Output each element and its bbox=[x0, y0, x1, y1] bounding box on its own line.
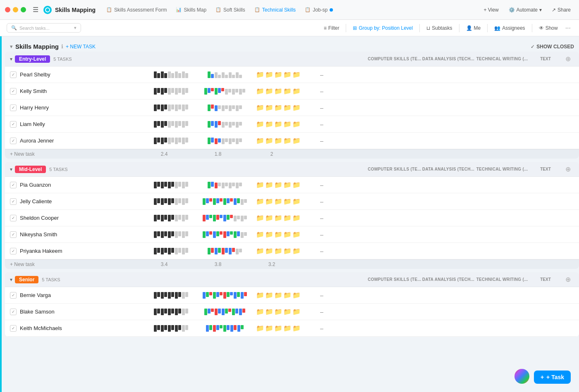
task-name[interactable]: Bernie Varga bbox=[20, 292, 144, 298]
col-header-text-entry: TEXT bbox=[529, 57, 562, 61]
task-cells: 📁 📁 📁 📁 📁 – bbox=[144, 87, 338, 95]
task-name[interactable]: Keith McMichaels bbox=[20, 325, 144, 331]
data-skill-cell bbox=[198, 309, 251, 315]
show-closed-label: SHOW CLOSED bbox=[536, 44, 574, 50]
task-name[interactable]: Priyanka Hakeem bbox=[20, 248, 144, 254]
tab-icon-assessment: 📋 bbox=[106, 7, 112, 12]
tab-skills-map[interactable]: 📊 Skills Map bbox=[172, 5, 211, 14]
writing-skill-cell: 📁 📁 📁 📁 📁 bbox=[251, 324, 305, 332]
close-button[interactable] bbox=[5, 7, 10, 12]
writing-skill-cell: 📁 📁 📁 📁 📁 bbox=[251, 197, 305, 205]
search-chevron: ▾ bbox=[74, 25, 77, 31]
col-header-data-entry: DATA ANALYSIS (TECH... bbox=[421, 57, 475, 61]
tab-icon-soft: 📋 bbox=[215, 7, 221, 12]
menu-icon[interactable]: ☰ bbox=[33, 6, 38, 14]
show-button[interactable]: 👁 Show bbox=[535, 24, 562, 33]
task-name[interactable]: Pia Guanzon bbox=[20, 182, 144, 188]
new-task-top-button[interactable]: + NEW TASK bbox=[66, 44, 96, 50]
add-task-button[interactable]: + + Task bbox=[534, 371, 571, 384]
computer-skill-cell bbox=[144, 88, 198, 95]
task-name[interactable]: Liam Nelly bbox=[20, 121, 144, 127]
task-checkbox[interactable]: ✓ bbox=[10, 71, 17, 78]
tab-soft-skills[interactable]: 📋 Soft Skills bbox=[211, 5, 249, 14]
group-by-button[interactable]: ⊞ Group by: Position Level bbox=[349, 24, 417, 33]
search-icon: 🔍 bbox=[11, 25, 17, 31]
new-task-entry-button[interactable]: + New task bbox=[10, 151, 137, 157]
task-checkbox[interactable]: ✓ bbox=[10, 215, 17, 221]
task-checkbox[interactable]: ✓ bbox=[10, 231, 17, 238]
section-header-senior: ▾ Senior 5 TASKS COMPUTER SKILLS (TE... … bbox=[5, 272, 579, 287]
computer-skill-cell bbox=[144, 121, 198, 128]
task-cells: 📁 📁 📁 📁 📁 – bbox=[144, 181, 338, 189]
toolbar-separator-2 bbox=[419, 24, 420, 32]
task-name[interactable]: Nikeysha Smith bbox=[20, 231, 144, 238]
subtasks-button[interactable]: ⊔ Subtasks bbox=[422, 24, 456, 33]
summary-cells-mid: 3.4 3.8 3.2 bbox=[137, 261, 332, 267]
tab-icon-jobsp: 📋 bbox=[305, 7, 311, 12]
tab-technical-skills[interactable]: 📋 Technical Skills bbox=[250, 5, 300, 14]
mid-tasks-container: ✓ Pia Guanzon bbox=[5, 177, 579, 269]
task-cells: 📁 📁 📁 📁 📁 – bbox=[144, 120, 338, 128]
task-cells: 📁 📁 📁 📁 📁 – bbox=[144, 214, 338, 222]
task-cells: 📁 📁 📁 📁 📁 – bbox=[144, 230, 338, 238]
assignees-button[interactable]: 👥 Assignees bbox=[490, 24, 529, 33]
minimize-button[interactable] bbox=[13, 7, 18, 12]
share-button[interactable]: ↗ Share bbox=[548, 5, 574, 14]
filter-button[interactable]: ≡ Filter bbox=[320, 24, 344, 33]
collapse-all-icon[interactable]: ▾ bbox=[10, 43, 13, 50]
computer-skill-cell bbox=[144, 138, 198, 144]
task-checkbox[interactable]: ✓ bbox=[10, 248, 17, 254]
summary-folder-mid: 3.2 bbox=[245, 261, 299, 267]
add-column-entry[interactable]: ⊕ bbox=[562, 55, 574, 63]
automate-button[interactable]: ⚙️ Automate ▾ bbox=[505, 5, 545, 14]
maximize-button[interactable] bbox=[21, 7, 26, 12]
mid-chevron[interactable]: ▾ bbox=[10, 166, 12, 172]
senior-task-count: 5 TASKS bbox=[42, 277, 60, 282]
add-column-senior[interactable]: ⊕ bbox=[562, 276, 574, 283]
tab-icon-map: 📊 bbox=[176, 7, 182, 12]
task-name[interactable]: Sheldon Cooper bbox=[20, 215, 144, 221]
tab-job-sp[interactable]: 📋 Job-sp bbox=[301, 5, 337, 14]
more-button[interactable]: ··· bbox=[564, 23, 572, 33]
app-title: Skills Mapping bbox=[55, 7, 96, 13]
entry-chevron[interactable]: ▾ bbox=[10, 56, 12, 62]
task-checkbox[interactable]: ✓ bbox=[10, 105, 17, 111]
col-header-computer-entry: COMPUTER SKILLS (TE... bbox=[368, 57, 421, 61]
task-checkbox[interactable]: ✓ bbox=[10, 325, 17, 332]
task-name[interactable]: Jelly Caliente bbox=[20, 198, 144, 204]
info-icon[interactable]: ℹ bbox=[61, 43, 63, 50]
me-button[interactable]: 👤 Me bbox=[462, 24, 485, 33]
writing-skill-cell: 📁 📁 📁 📁 📁 bbox=[251, 181, 305, 189]
tab-skills-assessment[interactable]: 📋 Skills Assessment Form bbox=[102, 5, 171, 14]
text-cell: – bbox=[305, 325, 338, 332]
task-checkbox[interactable]: ✓ bbox=[10, 309, 17, 315]
task-checkbox[interactable]: ✓ bbox=[10, 121, 17, 128]
show-closed-button[interactable]: ✓ SHOW CLOSED bbox=[531, 44, 574, 50]
task-checkbox[interactable]: ✓ bbox=[10, 88, 17, 95]
text-cell: – bbox=[305, 121, 338, 128]
task-name[interactable]: Harry Henry bbox=[20, 105, 144, 111]
senior-chevron[interactable]: ▾ bbox=[10, 277, 12, 283]
assignees-icon: 👥 bbox=[494, 25, 500, 31]
data-skill-cell bbox=[198, 138, 251, 144]
task-cells: 📁 📁 📁 📁 📁 – bbox=[144, 137, 338, 145]
task-checkbox[interactable]: ✓ bbox=[10, 292, 17, 299]
view-button[interactable]: + View bbox=[480, 5, 502, 14]
task-checkbox[interactable]: ✓ bbox=[10, 138, 17, 144]
text-cell: – bbox=[305, 71, 338, 78]
search-box[interactable]: 🔍 Search tasks... ▾ bbox=[7, 23, 81, 33]
task-name[interactable]: Pearl Shelby bbox=[20, 71, 144, 78]
computer-skill-cell bbox=[144, 198, 198, 205]
task-name[interactable]: Aurora Jenner bbox=[20, 138, 144, 144]
task-checkbox[interactable]: ✓ bbox=[10, 182, 17, 188]
task-name[interactable]: Kelly Smith bbox=[20, 88, 144, 94]
table-row: ✓ Liam Nelly bbox=[5, 116, 579, 133]
task-checkbox[interactable]: ✓ bbox=[10, 198, 17, 205]
section-senior: ▾ Senior 5 TASKS COMPUTER SKILLS (TE... … bbox=[5, 272, 579, 337]
text-cell: – bbox=[305, 215, 338, 221]
col-header-text-mid: TEXT bbox=[529, 167, 562, 171]
new-task-mid-button[interactable]: + New task bbox=[10, 261, 137, 267]
add-column-mid[interactable]: ⊕ bbox=[562, 165, 574, 173]
task-name[interactable]: Blake Samson bbox=[20, 309, 144, 315]
color-picker-button[interactable] bbox=[514, 369, 529, 384]
